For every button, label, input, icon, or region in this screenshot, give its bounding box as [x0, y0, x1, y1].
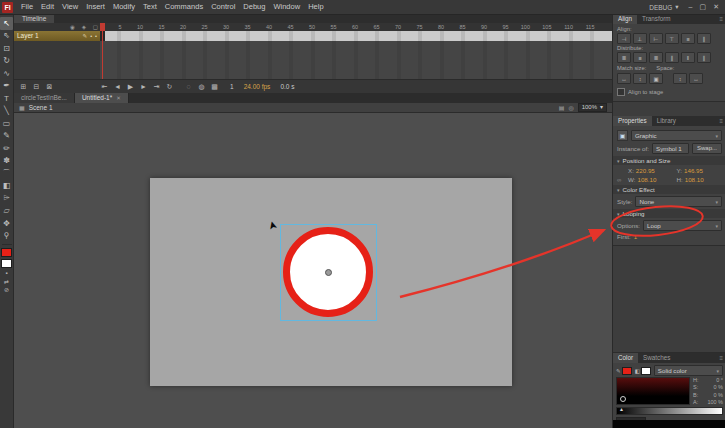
go-to-last-frame-button[interactable]: ⇥	[151, 83, 162, 91]
no-color-button[interactable]: ⊘	[1, 285, 12, 293]
menu-item[interactable]: Commands	[161, 0, 207, 14]
layer-lock-dot[interactable]: •	[95, 33, 97, 39]
tab-properties[interactable]: Properties	[613, 116, 652, 126]
menu-item[interactable]: Text	[139, 0, 161, 14]
frame-ruler[interactable]: 5101520253035404550556065707580859095100…	[100, 23, 612, 31]
panel-menu-icon[interactable]: ≡	[719, 353, 725, 363]
menu-item[interactable]: File	[17, 0, 37, 14]
align-left-edge-button[interactable]: ⊣	[617, 33, 631, 44]
fill-color-swatch[interactable]	[641, 367, 651, 375]
tab-color[interactable]: Color	[613, 353, 638, 363]
color-picker-cursor[interactable]	[620, 396, 626, 402]
match-width-button[interactable]: ↔	[617, 73, 631, 84]
pasteboard[interactable]: ➤	[14, 113, 612, 428]
subselection-tool[interactable]: ⇖	[0, 30, 13, 43]
space-evenly-vertically-button[interactable]: ↕	[673, 73, 687, 84]
distribute-top-edge-button[interactable]: ≣	[617, 52, 631, 63]
slider-handle-icon[interactable]: ▲	[619, 406, 624, 412]
eraser-tool[interactable]: ▱	[0, 205, 13, 218]
minimize-button[interactable]: –	[689, 3, 693, 11]
edit-symbols-icon[interactable]: ◎	[568, 104, 573, 111]
x-value[interactable]: 220.95	[636, 167, 655, 174]
transformation-point[interactable]	[325, 269, 332, 276]
rotation-3d-tool[interactable]: ↻	[0, 55, 13, 68]
fill-color-swatch[interactable]	[1, 259, 12, 268]
position-size-section-header[interactable]: ▾ Position and Size	[613, 156, 725, 165]
align-horizontal-center-button[interactable]: ⊥	[633, 33, 647, 44]
document-tab-inactive[interactable]: circleTestInBe...	[14, 93, 75, 103]
color-channel-row[interactable]: A: 100 %	[693, 399, 723, 405]
paint-bucket-tool[interactable]: ◧	[0, 180, 13, 193]
lock-icon[interactable]: ◈	[82, 23, 86, 31]
looping-options-dropdown[interactable]: Loop ▾	[643, 220, 722, 231]
distribute-bottom-edge-button[interactable]: ≣	[649, 52, 663, 63]
tab-swatches[interactable]: Swatches	[638, 353, 675, 363]
menu-item[interactable]: Window	[269, 0, 304, 14]
show-hide-icon[interactable]: ◉	[70, 23, 75, 31]
height-value[interactable]: 108.10	[685, 176, 704, 183]
match-width-and-height-button[interactable]: ▣	[649, 73, 663, 84]
swap-button[interactable]: Swap...	[692, 143, 722, 154]
distribute-left-edge-button[interactable]: ∥	[665, 52, 679, 63]
go-to-first-frame-button[interactable]: ⇤	[99, 83, 110, 91]
symbol-type-dropdown[interactable]: Graphic ▾	[631, 130, 722, 141]
panel-menu-icon[interactable]: ≡	[719, 116, 725, 126]
eyedropper-tool[interactable]: ⌲	[0, 192, 13, 205]
color-type-dropdown[interactable]: Solid color ▾	[654, 365, 723, 376]
tab-transform[interactable]: Transform	[637, 14, 675, 24]
loop-button[interactable]: ↻	[164, 83, 175, 91]
close-button[interactable]: ✕	[713, 3, 719, 11]
onion-skin-outlines-button[interactable]: ◍	[196, 83, 207, 91]
onion-skin-button[interactable]: ◌	[183, 83, 194, 91]
panel-menu-icon[interactable]: ≡	[719, 14, 725, 24]
default-colors-button[interactable]: ▪	[1, 269, 12, 277]
new-folder-button[interactable]: ⊟	[31, 83, 42, 91]
play-button[interactable]: ▶	[125, 83, 136, 91]
scene-breadcrumb[interactable]: Scene 1	[29, 104, 53, 111]
zoom-tool[interactable]: ⚲	[0, 230, 13, 243]
pen-tool[interactable]: ✒	[0, 80, 13, 93]
color-channel-row[interactable]: H: 0 °	[693, 377, 723, 383]
swap-colors-button[interactable]: ⇄	[1, 277, 12, 285]
space-evenly-horizontally-button[interactable]: ↔	[689, 73, 703, 84]
current-frame-value[interactable]: 1	[230, 83, 234, 90]
distribute-right-edge-button[interactable]: ∥	[697, 52, 711, 63]
stroke-color-swatch[interactable]	[1, 248, 12, 257]
close-tab-icon[interactable]: ✕	[116, 93, 121, 103]
color-channel-row[interactable]: B: 0 %	[693, 392, 723, 398]
align-vertical-center-button[interactable]: ≡	[681, 33, 695, 44]
frame-rate-value[interactable]: 24.00 fps	[244, 83, 271, 90]
layer-row[interactable]: Layer 1 ✎ • •	[14, 31, 100, 41]
step-forward-button[interactable]: ►	[138, 83, 149, 91]
lasso-tool[interactable]: ∿	[0, 67, 13, 80]
color-effect-section-header[interactable]: ▾ Color Effect	[613, 185, 725, 194]
deco-tool[interactable]: ✽	[0, 155, 13, 168]
edit-scene-icon[interactable]: ▤	[559, 104, 565, 111]
new-layer-button[interactable]: ⊞	[18, 83, 29, 91]
delete-layer-button[interactable]: ⊠	[44, 83, 55, 91]
free-transform-tool[interactable]: ⊡	[0, 42, 13, 55]
playhead-marker[interactable]	[100, 23, 105, 31]
step-back-button[interactable]: ◄	[112, 83, 123, 91]
workspace-switcher[interactable]: DEBUG ▾	[649, 3, 678, 11]
first-frame-value[interactable]: 1	[634, 233, 637, 240]
line-tool[interactable]: ╲	[0, 105, 13, 118]
menu-item[interactable]: Modify	[109, 0, 139, 14]
brush-tool[interactable]: ✏	[0, 142, 13, 155]
menu-item[interactable]: Edit	[37, 0, 58, 14]
maximize-button[interactable]: ▢	[700, 3, 707, 11]
brightness-slider[interactable]: ▲	[616, 407, 723, 415]
pencil-tool[interactable]: ✎	[0, 130, 13, 143]
align-right-edge-button[interactable]: ⊢	[649, 33, 663, 44]
stroke-color-swatch[interactable]	[622, 367, 632, 375]
align-bottom-edge-button[interactable]: ∥	[697, 33, 711, 44]
y-value[interactable]: 146.95	[684, 167, 703, 174]
zoom-level-dropdown[interactable]: 100% ▾	[578, 103, 607, 112]
match-height-button[interactable]: ↕	[633, 73, 647, 84]
menu-item[interactable]: View	[58, 0, 82, 14]
selection-tool[interactable]: ↖	[0, 17, 13, 30]
distribute-horizontal-center-button[interactable]: ‖	[681, 52, 695, 63]
hand-tool[interactable]: ✥	[0, 217, 13, 230]
align-to-stage-checkbox[interactable]	[617, 88, 625, 96]
color-channel-row[interactable]: S: 0 %	[693, 384, 723, 390]
